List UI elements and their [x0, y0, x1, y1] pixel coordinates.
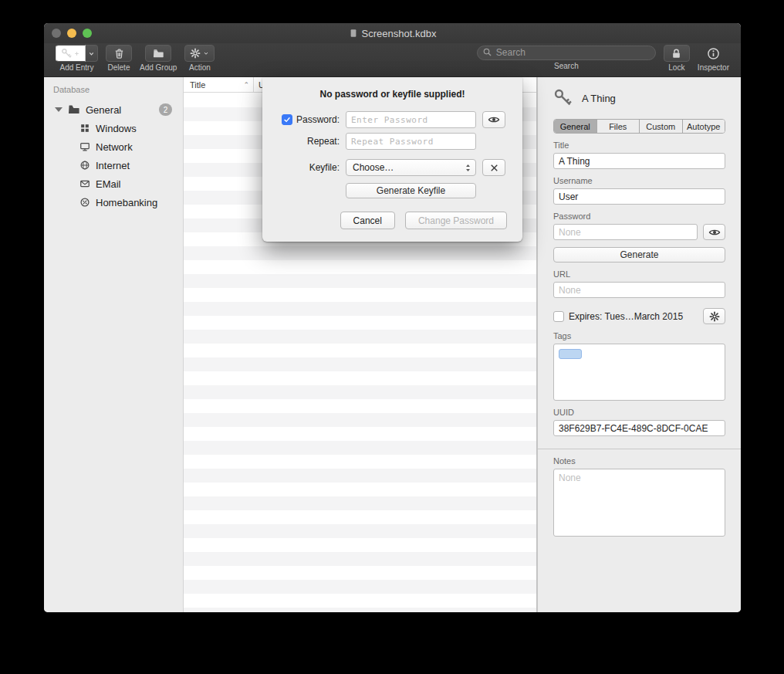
entry-title: A Thing [582, 93, 616, 104]
plus-icon [73, 50, 80, 57]
cancel-button[interactable]: Cancel [340, 212, 395, 229]
notes-label: Notes [553, 456, 725, 466]
password-checkbox[interactable] [282, 114, 292, 125]
lock-button[interactable] [664, 45, 690, 62]
title-field[interactable] [553, 153, 725, 169]
eye-icon [708, 226, 721, 239]
sidebar-group-general[interactable]: General 2 [44, 100, 183, 119]
expires-settings-button[interactable] [703, 308, 725, 324]
action-label: Action [189, 63, 211, 72]
add-group-toolbar-item: Add Group [140, 45, 177, 72]
change-password-button[interactable]: Change Password [405, 212, 507, 229]
sidebar-item-network[interactable]: Network [44, 137, 183, 156]
sidebar-item-internet[interactable]: Internet [44, 156, 183, 174]
action-button[interactable] [184, 45, 215, 62]
toolbar: Add Entry Delete Add Group Action [44, 43, 741, 77]
sidebar: Database General 2 Windows Network Inter… [44, 77, 183, 612]
entry-count-badge: 2 [159, 103, 172, 116]
sidebar-group-label: General [86, 104, 121, 116]
password-field-label: Password [553, 212, 725, 221]
info-icon [707, 47, 720, 60]
expires-checkbox[interactable] [553, 311, 564, 322]
tab-general[interactable]: General [554, 120, 597, 133]
title-field-label: Title [553, 141, 725, 150]
uuid-label: UUID [553, 408, 725, 417]
inspector-tabs: General Files Custom Autotype [553, 119, 725, 134]
expires-row: Expires: Tues…March 2015 [553, 308, 725, 324]
inspector-divider [538, 449, 741, 449]
sidebar-item-windows[interactable]: Windows [44, 119, 183, 137]
minimize-button[interactable] [67, 29, 76, 38]
sidebar-item-label: Network [96, 141, 133, 153]
password-label: Password: [296, 114, 340, 125]
delete-label: Delete [108, 63, 130, 72]
search-input[interactable] [477, 46, 656, 60]
network-icon [79, 141, 90, 152]
windows-icon [79, 123, 90, 134]
inspector-button[interactable] [707, 45, 720, 62]
search-icon [482, 47, 492, 57]
password-row: Password: [278, 111, 522, 128]
repeat-row: Repeat: [278, 133, 522, 150]
add-entry-label: Add Entry [60, 63, 94, 72]
window-title: Screenshot.kdbx [362, 28, 437, 39]
repeat-password-input[interactable] [346, 133, 476, 150]
enter-password-input[interactable] [346, 111, 476, 128]
gear-icon [190, 48, 201, 59]
app-window: Screenshot.kdbx Add Entry Delete [44, 23, 741, 612]
clear-keyfile-button[interactable] [482, 159, 505, 176]
generate-keyfile-button[interactable]: Generate Keyfile [346, 183, 476, 198]
username-field-label: Username [553, 176, 725, 185]
traffic-lights [52, 29, 92, 38]
uuid-field[interactable] [553, 420, 725, 436]
key-icon [553, 88, 573, 108]
close-button[interactable] [52, 29, 61, 38]
password-field[interactable] [553, 224, 698, 240]
inspector-panel: A Thing General Files Custom Autotype Ti… [537, 77, 741, 612]
search-label: Search [554, 62, 579, 70]
generate-password-button[interactable]: Generate [553, 247, 725, 262]
username-field[interactable] [553, 188, 725, 205]
lock-icon [671, 48, 682, 59]
gear-icon [709, 311, 720, 322]
zoom-button[interactable] [83, 29, 92, 38]
column-header-title[interactable]: Title ⌃ [184, 77, 254, 92]
url-field[interactable] [553, 282, 725, 298]
sidebar-item-email[interactable]: EMail [44, 174, 183, 193]
window-title-area: Screenshot.kdbx [44, 23, 741, 43]
add-entry-dropdown-button[interactable] [86, 45, 98, 62]
notes-field[interactable] [553, 469, 725, 537]
delete-button[interactable] [106, 45, 132, 62]
keyfile-selected-value: Choose… [353, 162, 394, 173]
tab-custom[interactable]: Custom [640, 120, 683, 133]
reveal-password-button[interactable] [703, 224, 725, 240]
add-group-button[interactable] [145, 45, 171, 62]
url-field-label: URL [553, 269, 725, 279]
tab-autotype[interactable]: Autotype [683, 120, 725, 133]
inspector-toolbar-item: Inspector [698, 45, 729, 72]
add-entry-button[interactable] [56, 45, 86, 62]
sidebar-item-homebanking[interactable]: Homebanking [44, 193, 183, 212]
tags-box[interactable] [553, 344, 725, 401]
tag-pill[interactable] [559, 349, 582, 359]
stepper-arrows-icon [463, 162, 473, 174]
internet-icon [79, 160, 90, 171]
homebanking-icon [79, 197, 90, 208]
keyfile-popup-button[interactable]: Choose… [346, 159, 476, 176]
inspector-header: A Thing [553, 88, 725, 108]
lock-label: Lock [668, 63, 684, 72]
password-sheet-dialog: No password or keyfile supplied! Passwor… [262, 77, 522, 242]
sidebar-item-label: Homebanking [96, 197, 157, 208]
sort-ascending-icon: ⌃ [243, 81, 249, 89]
search-toolbar-item: Search [477, 45, 656, 70]
add-entry-toolbar-item: Add Entry [56, 45, 98, 72]
reveal-password-button[interactable] [482, 111, 505, 128]
tab-files[interactable]: Files [597, 120, 640, 133]
keyfile-row: Keyfile: Choose… [278, 159, 522, 176]
checkmark-icon [283, 116, 291, 124]
lock-toolbar-item: Lock [664, 45, 690, 72]
key-plus-icon [61, 48, 73, 59]
folder-plus-icon [153, 48, 164, 59]
disclosure-triangle-icon[interactable] [55, 107, 63, 112]
action-toolbar-item: Action [184, 45, 215, 72]
